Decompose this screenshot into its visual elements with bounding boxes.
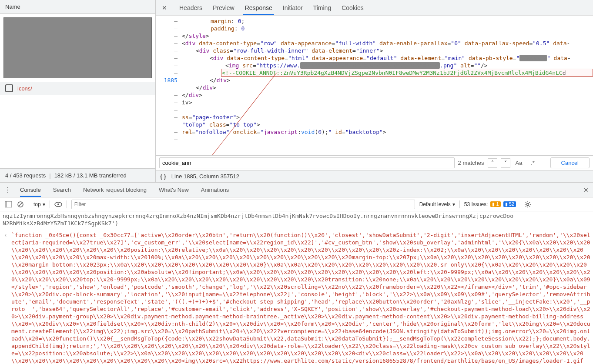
console-toolbar: top ▾ Default levels ▾ 53 Issues: ▮ 1 ▮ …	[0, 197, 593, 211]
source-line: ss="page-footer">	[180, 114, 593, 121]
search-input[interactable]	[159, 157, 455, 168]
file-name-label: icons/	[17, 85, 32, 92]
network-sidebar: Name icons/ 4 / 453 requests | 182 kB / …	[0, 0, 156, 182]
source-line: <div class="row-full-width-inner" data-e…	[180, 47, 593, 54]
cursor-position-label: Line 1885, Column 357512	[171, 173, 239, 180]
chevron-down-icon: ▾	[43, 201, 45, 207]
source-line: <div data-content-type="html" data-appea…	[180, 54, 593, 62]
source-line: "toTop" class="to-top">	[180, 121, 593, 128]
tab-cookies[interactable]: Cookies	[336, 1, 369, 15]
response-source-view: ————————1885———————— margin: 0;padding: …	[156, 16, 593, 155]
source-line	[180, 136, 593, 143]
source-line: </div>	[180, 91, 593, 99]
tab-headers[interactable]: Headers	[174, 1, 208, 15]
console-log-fragment: ngztzIynmronngXzbHsnngynbzshngynzepkrcrn…	[3, 212, 590, 227]
chevron-down-icon: ▾	[452, 201, 455, 207]
requests-count: 4 / 453 requests	[5, 172, 46, 179]
tab-preview[interactable]: Preview	[208, 1, 240, 15]
pretty-print-icon[interactable]: { }	[160, 173, 166, 180]
source-status-bar: { } Line 1885, Column 357512	[156, 170, 593, 182]
source-line: </div>	[180, 77, 593, 84]
transfer-size: 182 kB / 13.1 MB transferred	[54, 172, 127, 179]
search-next-button[interactable]: ˅	[501, 158, 510, 168]
detail-tabs: ✕ HeadersPreviewResponseInitiatorTimingC…	[156, 0, 593, 16]
source-line	[180, 106, 593, 114]
search-case-toggle[interactable]: Aa	[514, 158, 524, 168]
resource-preview-thumbnail	[3, 17, 152, 78]
source-line: margin: 0;	[180, 17, 593, 25]
log-levels-selector[interactable]: Default levels ▾	[419, 201, 455, 207]
search-cancel-button[interactable]: Cancel	[550, 157, 590, 168]
context-selector[interactable]: top ▾	[34, 201, 45, 207]
file-checkbox[interactable]	[5, 84, 13, 92]
drawer-tab-console[interactable]: Console	[20, 183, 41, 197]
drawer-tab-animations[interactable]: Animations	[201, 183, 229, 197]
source-line: padding: 0	[180, 25, 593, 32]
tab-timing[interactable]: Timing	[308, 1, 337, 15]
source-code-area[interactable]: margin: 0;padding: 0</style><div data-co…	[180, 16, 593, 155]
issues-counter[interactable]: 53 Issues: ▮ 1 ▮ 52	[464, 201, 516, 207]
warning-badge: ▮ 1	[490, 201, 500, 207]
live-expression-icon[interactable]	[54, 200, 62, 208]
drawer-close-icon[interactable]: ✕	[583, 187, 589, 194]
clear-console-icon[interactable]	[17, 200, 24, 208]
source-search-bar: 2 matches ˄ ˅ Aa .* Cancel	[156, 155, 593, 170]
drawer-tab-bar: ⋮ ConsoleSearchNetwork request blockingW…	[0, 183, 593, 197]
svg-point-5	[57, 204, 59, 205]
svg-point-6	[526, 203, 529, 205]
requests-summary: 4 / 453 requests | 182 kB / 13.1 MB tran…	[0, 168, 155, 182]
drawer-tab-network-request-blocking[interactable]: Network request blocking	[83, 183, 147, 197]
name-column-header[interactable]: Name	[0, 0, 155, 14]
drawer-tab-search[interactable]: Search	[53, 183, 71, 197]
svg-line-3	[19, 203, 22, 206]
tab-response[interactable]: Response	[240, 1, 278, 15]
source-line: </style>	[180, 32, 593, 40]
tab-initiator[interactable]: Initiator	[278, 1, 308, 15]
line-number-gutter: ————————1885————————	[156, 16, 180, 155]
search-regex-toggle[interactable]: .*	[528, 158, 538, 168]
close-panel-button[interactable]: ✕	[160, 3, 169, 12]
source-line: iv>	[180, 99, 593, 106]
source-line: </div>	[180, 84, 593, 91]
info-badge: ▮ 52	[503, 201, 516, 207]
source-line: rel="nofollow" onclick="javascript:void(…	[180, 128, 593, 136]
search-match-count: 2 matches	[458, 160, 484, 166]
gear-icon[interactable]	[524, 200, 532, 208]
console-filter-input[interactable]	[71, 200, 415, 209]
expand-caret-icon[interactable]: ‹	[3, 231, 9, 364]
drawer-menu-icon[interactable]: ⋮	[4, 186, 11, 194]
svg-rect-1	[5, 201, 7, 207]
drawer-tab-what's-new[interactable]: What's New	[159, 183, 189, 197]
toggle-sidebar-icon[interactable]	[4, 200, 12, 208]
console-output[interactable]: ngztzIynmronngXzbHsnngynbzshngynzepkrcrn…	[0, 211, 593, 364]
source-line: <img src="https://www.XXXXXXXXXXXXXXXXXX…	[180, 62, 593, 69]
search-prev-button[interactable]: ˄	[488, 158, 497, 168]
file-row[interactable]: icons/	[0, 82, 155, 95]
source-line: <!--COOKIE_ANNOT::ZnVuY3Rpb24gXzB4NDVjZS…	[180, 69, 593, 77]
console-error-message: `function _0x45ce(){const _0x30cc77=['ac…	[11, 231, 590, 364]
source-line: <div data-content-type="row" data-appear…	[180, 40, 593, 47]
